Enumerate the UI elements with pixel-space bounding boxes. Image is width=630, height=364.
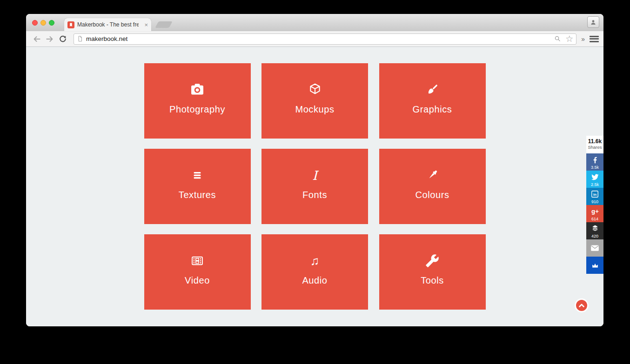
back-arrow-icon [32,34,41,44]
share-count: 910 [586,199,603,204]
tab-title: Makerbook - The best free [77,21,139,28]
buffer-icon [590,224,600,233]
reload-icon [58,34,67,44]
forward-arrow-icon [45,34,54,44]
close-window-button[interactable] [32,20,38,26]
screenshot-stage: Makerbook - The best free × [0,0,630,364]
browser-titlebar: Makerbook - The best free × [26,14,603,31]
browser-toolbar: makerbook.net ☆ » [26,31,603,47]
share-count: 614 [586,217,603,221]
share-buffer-button[interactable]: 420 [586,222,603,239]
camera-icon [189,80,205,99]
tile-label: Tools [421,275,444,286]
url-bar[interactable]: makerbook.net ☆ [74,33,576,45]
crown-icon [590,261,600,270]
tile-label: Video [185,275,210,286]
reload-button[interactable] [57,33,69,45]
bookmark-star-icon[interactable]: ☆ [565,34,573,43]
music-note-icon: ♫ [310,251,320,271]
tile-label: Photography [169,104,225,115]
svg-text:g+: g+ [591,208,599,215]
browser-window: Makerbook - The best free × [26,14,603,326]
linkedin-icon: in [590,190,599,199]
italic-serif-icon: I [312,165,317,185]
tile-textures[interactable]: Textures [144,149,251,224]
chevron-up-icon [578,303,585,308]
tab-close-icon[interactable]: × [144,22,148,28]
share-twitter-button[interactable]: 2.5k [586,171,603,188]
googleplus-icon: g+ [590,207,600,216]
svg-text:in: in [593,192,596,197]
makerbook-favicon-icon [67,21,74,28]
tile-label: Fonts [302,190,327,200]
minimize-window-button[interactable] [40,20,46,26]
share-googleplus-button[interactable]: g+ 614 [586,205,603,222]
tile-tools[interactable]: Tools [379,234,486,310]
tile-label: Mockups [295,104,334,115]
share-count: 420 [586,234,603,238]
share-sidebar: 11.6k Shares 3.5k 2.5k in [586,136,603,274]
film-icon [190,251,205,271]
share-linkedin-button[interactable]: in 910 [586,188,603,205]
eyedropper-icon [425,165,440,185]
share-email-button[interactable] [586,239,603,257]
tile-fonts[interactable]: I Fonts [261,149,368,224]
search-zoom-icon[interactable] [554,35,562,43]
share-shareaholic-button[interactable] [586,257,603,274]
forward-button[interactable] [44,33,56,45]
paintbrush-icon [425,80,440,99]
profile-button[interactable] [587,16,599,28]
share-total-count: 11.6k [586,138,603,145]
share-count: 2.5k [586,182,603,187]
tile-photography[interactable]: Photography [144,63,251,139]
wrench-icon [425,251,439,271]
facebook-icon [591,155,599,165]
browser-tab[interactable]: Makerbook - The best free × [64,18,151,31]
email-icon [590,244,600,252]
new-tab-button[interactable] [155,21,172,28]
tile-label: Textures [179,190,216,200]
share-count: 3.5k [586,165,603,170]
share-facebook-button[interactable]: 3.5k [586,153,603,171]
tile-label: Graphics [413,104,452,115]
twitter-icon [590,172,600,181]
page-icon [77,35,83,42]
share-total-label: Shares [586,145,603,150]
back-button[interactable] [31,33,43,45]
category-grid: Photography Mockups [144,63,486,310]
scroll-to-top-button[interactable] [575,298,589,312]
extensions-overflow-icon[interactable]: » [581,35,585,43]
tile-label: Colours [415,190,449,200]
tile-mockups[interactable]: Mockups [261,63,368,139]
page-content: Photography Mockups [26,63,603,326]
share-total: 11.6k Shares [586,136,603,153]
url-text[interactable]: makerbook.net [86,35,554,42]
cube-icon [308,80,322,99]
tile-label: Audio [302,275,327,286]
person-icon [590,19,597,26]
chrome-menu-icon[interactable] [590,36,599,42]
zoom-window-button[interactable] [49,20,54,26]
tile-video[interactable]: Video [144,234,251,310]
texture-lines-icon [190,165,204,185]
tile-graphics[interactable]: Graphics [379,63,486,139]
tile-colours[interactable]: Colours [379,149,486,224]
tile-audio[interactable]: ♫ Audio [261,234,368,310]
